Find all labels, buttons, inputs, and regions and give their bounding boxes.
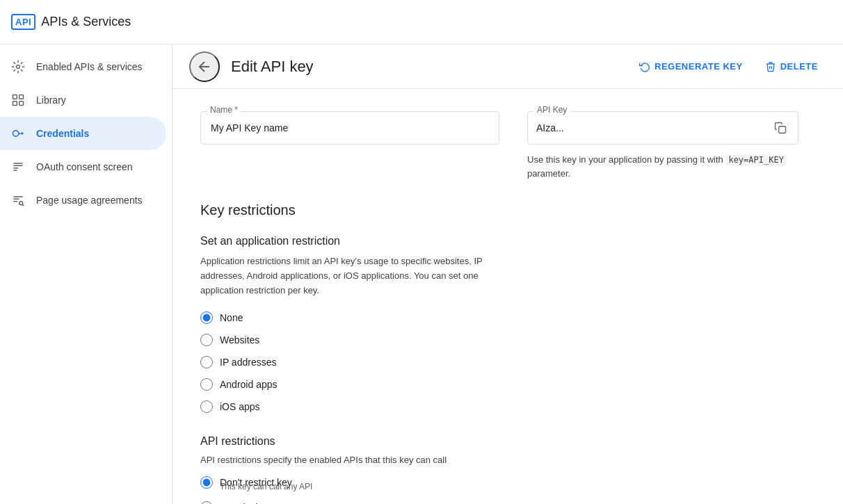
radio-websites[interactable] [200,334,213,346]
api-restriction-title: API restrictions [200,435,812,448]
app-logo: API APIs & Services [11,14,147,30]
sidebar: Enabled APIs & services Library Creden [0,44,172,504]
sidebar-item-label: Enabled APIs & services [36,61,143,72]
radio-ios-apps-label: iOS apps [220,401,260,412]
api-restriction-desc: API restrictions specify the enabled API… [200,455,812,465]
header-actions: REGENERATE KEY DELETE [631,56,826,78]
app-title: APIs & Services [41,15,131,29]
svg-point-6 [19,202,23,205]
key-restrictions-title: Key restrictions [200,202,812,218]
api-key-hint: Use this key in your application by pass… [527,153,798,180]
name-field-container: Name * [200,111,499,180]
svg-rect-7 [779,127,786,133]
radio-restrict-key[interactable] [200,501,213,504]
svg-rect-1 [13,95,17,99]
api-radio-dont-restrict-container: Don't restrict key This key can call any… [200,476,812,491]
radio-none[interactable] [200,311,213,324]
svg-rect-3 [13,101,17,106]
radio-none-label: None [220,312,243,323]
radio-item-none[interactable]: None [200,311,812,324]
api-restriction-radio-group: Don't restrict key This key can call any… [200,476,812,504]
key-icon [11,127,25,140]
content-header: Edit API key REGENERATE KEY [172,44,843,89]
sidebar-item-oauth-consent[interactable]: OAuth consent screen [0,150,166,184]
svg-rect-4 [19,101,24,106]
radio-android-apps-label: Android apps [220,379,278,390]
page-title: Edit API key [231,58,620,76]
sidebar-item-credentials[interactable]: Credentials [0,117,166,150]
sidebar-item-page-usage[interactable]: Page usage agreements [0,184,166,217]
regenerate-key-button[interactable]: REGENERATE KEY [631,56,751,78]
name-field-label: Name * [207,105,241,115]
svg-point-5 [13,131,19,136]
radio-item-android-apps[interactable]: Android apps [200,378,812,391]
radio-item-ios-apps[interactable]: iOS apps [200,400,812,413]
radio-android-apps[interactable] [200,378,213,391]
radio-ios-apps[interactable] [200,400,213,413]
radio-ip-addresses-label: IP addresses [220,357,276,368]
app-restriction-radio-group: None Websites IP addresses Android apps … [200,311,812,413]
api-key-field-container: API Key AIza... Use this key in your app… [527,111,798,180]
regenerate-key-label: REGENERATE KEY [655,61,743,72]
sidebar-item-label: Credentials [36,128,89,139]
radio-dont-restrict-sublabel: This key can call any API [220,482,812,491]
page-icon [11,193,25,207]
back-button[interactable] [189,51,220,82]
sidebar-item-enabled-apis[interactable]: Enabled APIs & services [0,50,166,83]
sidebar-item-label: Library [36,95,66,106]
copy-api-key-button[interactable] [771,119,789,137]
top-header: API APIs & Services [0,0,843,44]
delete-label: DELETE [780,61,818,72]
oauth-icon [11,160,25,174]
api-key-value-text: AIza... [536,122,771,133]
radio-websites-label: Websites [220,334,259,346]
content-area: Edit API key REGENERATE KEY [172,44,843,504]
api-logo-text: API [11,14,35,30]
sidebar-item-label: OAuth consent screen [36,161,133,172]
radio-ip-addresses[interactable] [200,356,213,368]
app-restriction-desc: Application restrictions limit an API ke… [200,254,499,298]
delete-button[interactable]: DELETE [757,56,826,78]
main-layout: Enabled APIs & services Library Creden [0,44,843,504]
app-restriction-title: Set an application restriction [200,235,812,247]
radio-item-restrict-key[interactable]: Restrict key [200,501,812,504]
name-input[interactable] [200,111,499,145]
form-top-row: Name * API Key AIza... [200,111,812,180]
radio-dont-restrict[interactable] [200,476,213,489]
svg-point-0 [17,65,20,69]
api-key-value-container: AIza... [527,111,798,145]
radio-item-ip-addresses[interactable]: IP addresses [200,356,812,368]
library-icon [11,93,25,107]
sidebar-item-library[interactable]: Library [0,83,166,117]
api-key-field-label: API Key [534,105,570,115]
gear-icon [11,60,25,74]
form-content: Name * API Key AIza... [172,89,840,504]
radio-item-websites[interactable]: Websites [200,334,812,346]
sidebar-item-label: Page usage agreements [36,195,143,206]
svg-rect-2 [19,95,24,99]
api-restrictions-section: API restrictions API restrictions specif… [200,435,812,504]
